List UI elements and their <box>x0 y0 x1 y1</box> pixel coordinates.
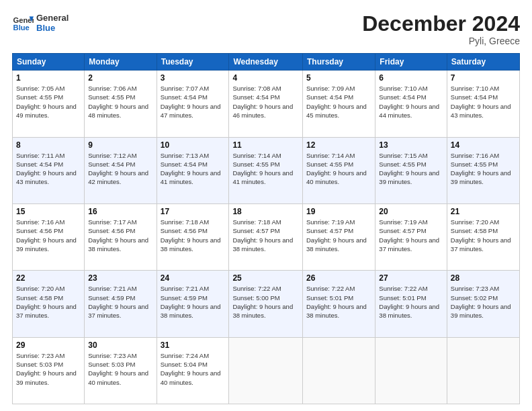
col-friday: Friday <box>375 54 447 71</box>
empty-1 <box>229 337 303 404</box>
day-3: 3 Sunrise: 7:07 AMSunset: 4:54 PMDayligh… <box>157 71 229 137</box>
col-sunday: Sunday <box>13 54 85 71</box>
day-2: 2 Sunrise: 7:06 AMSunset: 4:55 PMDayligh… <box>85 71 157 137</box>
day-8: 8 Sunrise: 7:11 AMSunset: 4:54 PMDayligh… <box>13 137 85 203</box>
empty-3 <box>375 337 447 404</box>
day-20: 20 Sunrise: 7:19 AMSunset: 4:57 PMDaylig… <box>375 203 447 270</box>
svg-text:Blue: Blue <box>13 24 30 32</box>
day-18: 18 Sunrise: 7:18 AMSunset: 4:57 PMDaylig… <box>229 203 303 270</box>
day-15: 15 Sunrise: 7:16 AMSunset: 4:56 PMDaylig… <box>13 203 85 270</box>
day-25: 25 Sunrise: 7:22 AMSunset: 5:00 PMDaylig… <box>229 271 303 337</box>
empty-2 <box>303 337 375 404</box>
col-wednesday: Wednesday <box>229 54 303 71</box>
day-1: 1 Sunrise: 7:05 AMSunset: 4:55 PMDayligh… <box>13 71 85 137</box>
day-31: 31 Sunrise: 7:24 AMSunset: 5:04 PMDaylig… <box>157 337 229 404</box>
day-27: 27 Sunrise: 7:22 AMSunset: 5:01 PMDaylig… <box>375 271 447 337</box>
day-14: 14 Sunrise: 7:16 AMSunset: 4:55 PMDaylig… <box>447 137 519 203</box>
day-13: 13 Sunrise: 7:15 AMSunset: 4:55 PMDaylig… <box>375 137 447 203</box>
col-thursday: Thursday <box>303 54 375 71</box>
day-29: 29 Sunrise: 7:23 AMSunset: 5:03 PMDaylig… <box>13 337 85 404</box>
day-21: 21 Sunrise: 7:20 AMSunset: 4:58 PMDaylig… <box>447 203 519 270</box>
col-monday: Monday <box>85 54 157 71</box>
day-11: 11 Sunrise: 7:14 AMSunset: 4:55 PMDaylig… <box>229 137 303 203</box>
week-2: 8 Sunrise: 7:11 AMSunset: 4:54 PMDayligh… <box>13 137 520 203</box>
logo-blue-text: Blue <box>36 23 69 33</box>
header-row: Sunday Monday Tuesday Wednesday Thursday… <box>13 54 520 71</box>
title-block: December 2024 Pyli, Greece <box>362 12 520 46</box>
calendar-title: December 2024 <box>362 12 520 36</box>
day-19: 19 Sunrise: 7:19 AMSunset: 4:57 PMDaylig… <box>303 203 375 270</box>
logo: General Blue General Blue <box>12 12 69 34</box>
col-saturday: Saturday <box>447 54 519 71</box>
day-10: 10 Sunrise: 7:13 AMSunset: 4:54 PMDaylig… <box>157 137 229 203</box>
day-22: 22 Sunrise: 7:20 AMSunset: 4:58 PMDaylig… <box>13 271 85 337</box>
logo-icon: General Blue <box>12 12 34 34</box>
logo-general-text: General <box>36 13 69 23</box>
day-12: 12 Sunrise: 7:14 AMSunset: 4:55 PMDaylig… <box>303 137 375 203</box>
col-tuesday: Tuesday <box>157 54 229 71</box>
week-3: 15 Sunrise: 7:16 AMSunset: 4:56 PMDaylig… <box>13 203 520 270</box>
page: General Blue General Blue December 2024 … <box>0 0 532 411</box>
day-23: 23 Sunrise: 7:21 AMSunset: 4:59 PMDaylig… <box>85 271 157 337</box>
day-7: 7 Sunrise: 7:10 AMSunset: 4:54 PMDayligh… <box>447 71 519 137</box>
week-1: 1 Sunrise: 7:05 AMSunset: 4:55 PMDayligh… <box>13 71 520 137</box>
week-5: 29 Sunrise: 7:23 AMSunset: 5:03 PMDaylig… <box>13 337 520 404</box>
day-9: 9 Sunrise: 7:12 AMSunset: 4:54 PMDayligh… <box>85 137 157 203</box>
day-17: 17 Sunrise: 7:18 AMSunset: 4:56 PMDaylig… <box>157 203 229 270</box>
day-4: 4 Sunrise: 7:08 AMSunset: 4:54 PMDayligh… <box>229 71 303 137</box>
week-4: 22 Sunrise: 7:20 AMSunset: 4:58 PMDaylig… <box>13 271 520 337</box>
calendar-subtitle: Pyli, Greece <box>362 36 520 46</box>
empty-4 <box>447 337 519 404</box>
day-30: 30 Sunrise: 7:23 AMSunset: 5:03 PMDaylig… <box>85 337 157 404</box>
day-6: 6 Sunrise: 7:10 AMSunset: 4:54 PMDayligh… <box>375 71 447 137</box>
header: General Blue General Blue December 2024 … <box>12 12 520 46</box>
day-24: 24 Sunrise: 7:21 AMSunset: 4:59 PMDaylig… <box>157 271 229 337</box>
calendar-table: Sunday Monday Tuesday Wednesday Thursday… <box>12 53 520 404</box>
day-16: 16 Sunrise: 7:17 AMSunset: 4:56 PMDaylig… <box>85 203 157 270</box>
day-26: 26 Sunrise: 7:22 AMSunset: 5:01 PMDaylig… <box>303 271 375 337</box>
day-28: 28 Sunrise: 7:23 AMSunset: 5:02 PMDaylig… <box>447 271 519 337</box>
day-5: 5 Sunrise: 7:09 AMSunset: 4:54 PMDayligh… <box>303 71 375 137</box>
